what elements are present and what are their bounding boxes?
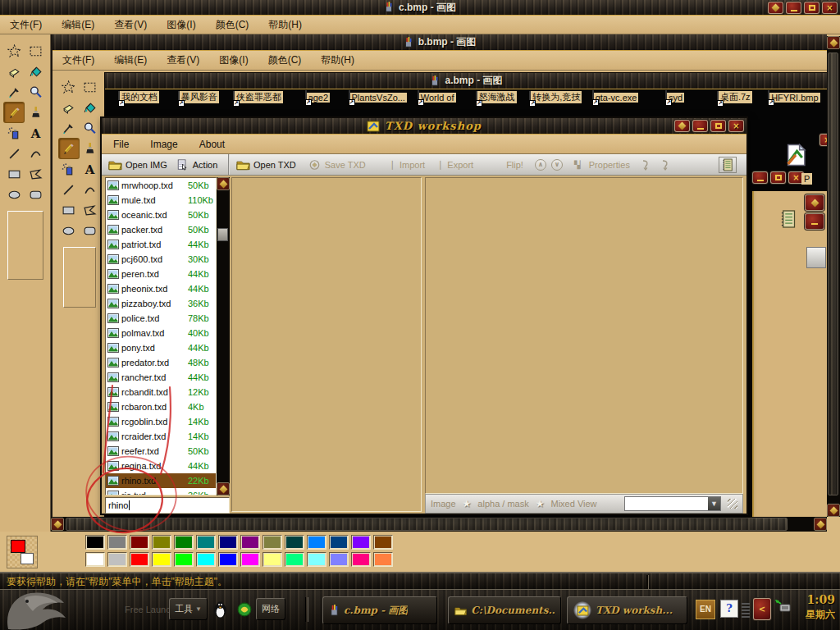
menu-item[interactable]: 查看(V) <box>114 18 147 32</box>
start-eagle-logo[interactable] <box>0 590 123 630</box>
color-swatch[interactable] <box>329 535 349 550</box>
color-swatch[interactable] <box>174 535 194 550</box>
tool-color-picker[interactable] <box>59 118 79 138</box>
tool-color-picker[interactable] <box>4 82 24 102</box>
chevron-down-icon[interactable]: ▼ <box>708 497 720 510</box>
minimize-button[interactable] <box>805 213 824 230</box>
color-swatch[interactable] <box>107 552 127 567</box>
txd-titlebar[interactable]: TXD workshop × <box>102 118 746 135</box>
tool-rectangle[interactable] <box>59 200 79 220</box>
close-button[interactable]: × <box>728 120 744 132</box>
tray-collapse-button[interactable]: < <box>753 598 771 620</box>
tool-airbrush[interactable] <box>4 123 24 143</box>
minimize-button[interactable] <box>786 2 801 14</box>
desktop-icon[interactable]: ↗ 转换为,竞技 <box>527 91 584 107</box>
properties-button[interactable]: ▚▏Properties <box>574 160 630 170</box>
clock[interactable]: 1:09 星期六 <box>806 593 835 622</box>
tool-brush[interactable] <box>80 139 100 158</box>
file-row[interactable]: rcbaron.txd 4Kb <box>106 399 216 414</box>
color-swatch[interactable] <box>196 552 216 567</box>
scroll-left-button[interactable] <box>51 518 64 531</box>
task-button-cbmp[interactable]: c.bmp - 画图 <box>322 596 437 624</box>
task-button-txd-workshop[interactable]: TXD worksh... <box>567 596 687 624</box>
action-button[interactable]: Action <box>176 159 218 171</box>
close-button[interactable]: × <box>822 2 838 14</box>
tool-ellipse[interactable] <box>59 221 79 240</box>
maximize-button[interactable] <box>770 171 786 184</box>
color-swatch[interactable] <box>285 535 304 550</box>
file-row[interactable]: predator.txd 48Kb <box>106 355 216 370</box>
scroll-up-button[interactable] <box>217 177 230 190</box>
menu-item[interactable]: 文件(F) <box>10 18 42 32</box>
c-window-titlebar[interactable]: c.bmp - 画图 × <box>0 0 840 16</box>
quicklaunch-network-button[interactable]: 网络 <box>256 598 285 620</box>
tool-select[interactable] <box>80 77 100 97</box>
color-swatch[interactable] <box>107 535 127 550</box>
desktop-icon[interactable]: ↗ syd <box>646 91 704 107</box>
color-swatch[interactable] <box>85 535 105 550</box>
file-row[interactable]: rcraider.txd 14Kb <box>106 429 216 444</box>
file-row[interactable]: oceanic.txd 50Kb <box>106 208 216 222</box>
fragment-scroll-thumb[interactable] <box>806 247 826 268</box>
menu-about[interactable]: About <box>199 139 225 150</box>
menu-image[interactable]: Image <box>150 139 177 150</box>
desktop-icon[interactable]: ↗ age2 <box>289 91 346 107</box>
desktop-icon[interactable]: ↗ World of <box>408 91 465 107</box>
tool-rounded-rectangle[interactable] <box>80 221 100 240</box>
menu-item[interactable]: 文件(F) <box>62 53 94 67</box>
menu-item[interactable]: 图像(I) <box>219 53 248 67</box>
menu-item[interactable]: 编辑(E) <box>62 18 94 32</box>
color-swatch[interactable] <box>85 552 105 567</box>
color-swatch[interactable] <box>373 552 393 567</box>
menu-item[interactable]: 编辑(E) <box>114 53 147 67</box>
color-swatch[interactable] <box>351 552 371 567</box>
scroll-down-button[interactable] <box>217 482 230 495</box>
tool-free-select[interactable] <box>4 41 24 61</box>
color-swatch[interactable] <box>152 552 171 567</box>
maximize-button[interactable] <box>710 120 726 132</box>
tool-brush[interactable] <box>25 103 45 122</box>
tool-magnifier[interactable] <box>80 118 100 138</box>
image-view-label[interactable]: Image <box>431 499 456 509</box>
desktop-icon[interactable]: ↗ 暴风影音 <box>170 91 227 107</box>
color-swatch[interactable] <box>174 552 194 567</box>
open-txd-button[interactable]: Open TXD <box>236 159 296 171</box>
scroll-thumb[interactable] <box>66 518 788 531</box>
file-filter-input[interactable]: rhino <box>105 497 230 514</box>
tool-fill[interactable] <box>25 62 45 81</box>
file-row[interactable]: rancher.txd 44Kb <box>106 370 216 385</box>
file-row[interactable]: patriot.txd 44Kb <box>106 237 216 252</box>
color-swatch[interactable] <box>240 535 260 550</box>
rollup-button[interactable] <box>805 194 824 211</box>
desktop-icon[interactable]: ↗ gta-vc.exe <box>587 91 644 107</box>
texture-file-list[interactable]: mrwhoop.txd 50Kb mule.txd 110Kb oceanic.… <box>105 177 217 495</box>
file-row[interactable]: mrwhoop.txd 50Kb <box>106 178 216 193</box>
tool-rectangle[interactable] <box>4 164 24 184</box>
tool-polygon[interactable] <box>25 164 45 184</box>
export-button[interactable]: ❘Export <box>436 159 473 170</box>
view-combo[interactable]: ▼ <box>624 496 721 511</box>
color-swatch[interactable] <box>152 535 171 550</box>
tool-ellipse[interactable] <box>4 185 24 204</box>
color-swatch[interactable] <box>218 535 238 550</box>
tool-pencil[interactable] <box>4 103 24 122</box>
rotate-down-button[interactable]: ∨ <box>551 159 563 171</box>
tool-curve[interactable] <box>80 180 100 199</box>
color-swatch[interactable] <box>285 552 304 567</box>
file-row[interactable]: mule.txd 110Kb <box>106 193 216 208</box>
file-row[interactable]: rcbandit.txd 12Kb <box>106 385 216 399</box>
canvas-vertical-scrollbar[interactable] <box>827 36 840 517</box>
file-row[interactable]: polmav.txd 40Kb <box>106 326 216 340</box>
tool-eraser[interactable] <box>59 98 79 117</box>
file-row[interactable]: regina.txd 44Kb <box>106 459 216 473</box>
color-swatch[interactable] <box>218 552 238 567</box>
minimize-button[interactable] <box>752 171 768 184</box>
tool-magnifier[interactable] <box>25 82 45 102</box>
background-color-swatch[interactable] <box>21 553 34 564</box>
color-swatch[interactable] <box>373 535 393 550</box>
desktop-icon[interactable]: ↗ 桌面.7z <box>705 91 763 107</box>
current-colors-box[interactable] <box>7 536 38 568</box>
tool-rounded-rectangle[interactable] <box>25 185 45 204</box>
help-tray-button[interactable]: ? <box>720 600 738 618</box>
tool-eraser[interactable] <box>4 62 24 81</box>
